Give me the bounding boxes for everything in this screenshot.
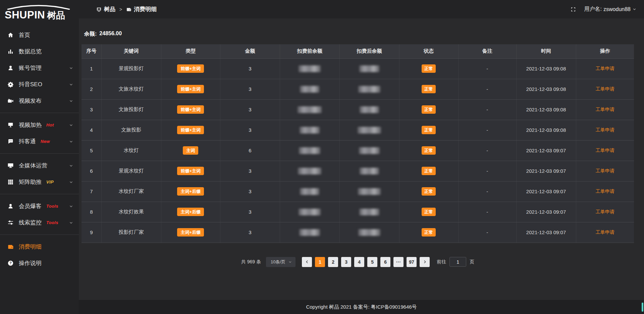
page-button-6[interactable]: 6 (380, 257, 390, 267)
cell-status: 正常 (399, 161, 458, 181)
page-button-97[interactable]: 97 (407, 257, 417, 267)
page-button-2[interactable]: 2 (328, 257, 338, 267)
sidebar-item-matrix-boost[interactable]: 矩阵助推VIP (0, 174, 79, 190)
cell-keyword: 水纹灯效果 (101, 202, 161, 222)
column-header: 金额 (220, 44, 280, 58)
sidebar-item-video-publish[interactable]: 视频发布 (0, 93, 79, 109)
cell-amount: 3 (220, 161, 280, 181)
goto-page-input[interactable] (449, 257, 466, 267)
type-badge: 主词 (183, 146, 198, 155)
cell-index: 8 (82, 202, 101, 222)
chevron-right-icon (423, 260, 427, 264)
ticket-request-link[interactable]: 工单申请 (596, 148, 614, 153)
column-header: 时间 (516, 44, 576, 58)
sidebar-item-consume-detail[interactable]: 消费明细 (0, 239, 79, 255)
cell-time: 2021-12-03 09:07 (516, 161, 576, 181)
chevron-down-icon (69, 204, 73, 209)
ticket-request-link[interactable]: 工单申请 (596, 66, 614, 71)
cell-action: 工单申请 (576, 181, 634, 202)
page-size-select[interactable]: 10条/页 (266, 257, 296, 267)
page-more-button[interactable]: ··· (393, 257, 404, 267)
column-header: 序号 (82, 44, 101, 58)
username: zswodun88 (603, 6, 631, 12)
table-header-row: 序号关键词类型金额扣费前余额扣费后余额状态备注时间操作 (82, 44, 634, 58)
ticket-request-link[interactable]: 工单申请 (596, 86, 614, 92)
type-badge: 前缀+主词 (177, 85, 204, 93)
ticket-request-link[interactable]: 工单申请 (596, 168, 614, 173)
redacted-balance (299, 209, 321, 215)
sidebar-item-account-manage[interactable]: 账号管理 (0, 60, 79, 76)
cell-amount: 3 (220, 58, 280, 79)
cell-keyword: 景观水纹灯 (101, 161, 161, 181)
ticket-request-link[interactable]: 工单申请 (596, 209, 614, 214)
sidebar-item-data-overview[interactable]: 数据总览 (0, 43, 79, 60)
goto-page: 前往 页 (437, 257, 474, 267)
chevron-left-icon (305, 260, 309, 264)
sidebar-menu: 首页数据总览账号管理抖音SEO视频发布视频加热Hot抖客通New全媒体运营矩阵助… (0, 25, 79, 314)
cell-time: 2021-12-03 09:07 (516, 181, 576, 202)
type-badge: 前缀+主词 (177, 105, 204, 114)
redacted-balance (300, 127, 320, 134)
user-menu[interactable]: 用户名: zswodun88 (584, 6, 637, 13)
breadcrumb-label: 消费明细 (134, 5, 157, 13)
chevron-down-icon (69, 163, 73, 168)
type-badge: 主词+后缀 (177, 208, 204, 216)
cell-status: 正常 (399, 181, 458, 202)
breadcrumb-item-shupin[interactable]: 树品 (96, 5, 115, 13)
cell-status: 正常 (399, 140, 458, 161)
logo-text-cn: 树品 (47, 11, 65, 20)
cell-remark: - (458, 140, 516, 161)
cell-post-balance (339, 181, 399, 202)
cell-remark: - (458, 99, 516, 120)
table-row: 3文旅投影灯前缀+主词3正常-2021-12-03 09:08工单申请 (82, 99, 634, 120)
cell-pre-balance (280, 202, 339, 222)
breadcrumb-item-consume-detail[interactable]: 消费明细 (126, 5, 157, 13)
status-badge: 正常 (422, 105, 436, 114)
sidebar-item-video-heat[interactable]: 视频加热Hot (0, 117, 79, 133)
ticket-request-link[interactable]: 工单申请 (596, 107, 614, 112)
cell-pre-balance (280, 161, 339, 181)
next-page-button[interactable] (420, 257, 430, 267)
page-button-5[interactable]: 5 (367, 257, 377, 267)
sidebar-item-home[interactable]: 首页 (0, 27, 79, 43)
logo-text: SHUPIN 树品 (5, 10, 79, 20)
sidebar-item-clue-monitor[interactable]: 线索监控Tools (0, 214, 79, 231)
sidebar-item-all-media[interactable]: 全媒体运营 (0, 157, 79, 174)
cell-type: 主词+后缀 (161, 222, 220, 243)
sidebar-item-douyin-seo[interactable]: 抖音SEO (0, 76, 79, 93)
cell-post-balance (339, 120, 399, 140)
ticket-request-link[interactable]: 工单申请 (596, 229, 614, 235)
cell-action: 工单申请 (576, 140, 634, 161)
ticket-request-link[interactable]: 工单申请 (596, 189, 614, 194)
sidebar-item-member-burst[interactable]: 会员爆客Tools (0, 198, 79, 214)
scrollbar-thumb[interactable] (642, 303, 643, 312)
page-button-3[interactable]: 3 (341, 257, 351, 267)
table-row: 2文旅水纹灯前缀+主词3正常-2021-12-03 09:08工单申请 (82, 79, 634, 99)
copyright-text: Copyright 树品 2021 备案号: 粤ICP备09019646号 (306, 304, 417, 310)
prev-page-button[interactable] (302, 257, 312, 267)
redacted-balance (358, 86, 380, 93)
chevron-down-icon (69, 123, 73, 127)
type-badge: 前缀+主词 (177, 167, 204, 175)
ticket-request-link[interactable]: 工单申请 (596, 127, 614, 133)
app-root: SHUPIN 树品 首页数据总览账号管理抖音SEO视频发布视频加热Hot抖客通N… (0, 0, 644, 314)
breadcrumb-label: 树品 (104, 5, 115, 13)
cell-pre-balance (280, 140, 339, 161)
page-size-value: 10条/页 (271, 259, 285, 265)
cell-index: 5 (82, 140, 101, 161)
balance-label: 余额: (84, 31, 97, 38)
cell-post-balance (339, 222, 399, 243)
logo[interactable]: SHUPIN 树品 (0, 0, 79, 25)
sidebar-item-douketong[interactable]: 抖客通New (0, 133, 79, 150)
cell-status: 正常 (399, 120, 458, 140)
page-button-4[interactable]: 4 (354, 257, 364, 267)
redacted-balance (299, 147, 320, 154)
cell-time: 2021-12-03 09:07 (516, 222, 576, 243)
sidebar-item-label: 首页 (19, 31, 30, 39)
sidebar-item-help[interactable]: ?操作说明 (0, 255, 79, 271)
page-button-1[interactable]: 1 (315, 257, 325, 267)
sidebar-item-label: 抖客通 (19, 138, 36, 145)
cell-action: 工单申请 (576, 58, 634, 79)
fullscreen-icon[interactable] (570, 6, 576, 12)
wallet-icon (7, 244, 14, 250)
